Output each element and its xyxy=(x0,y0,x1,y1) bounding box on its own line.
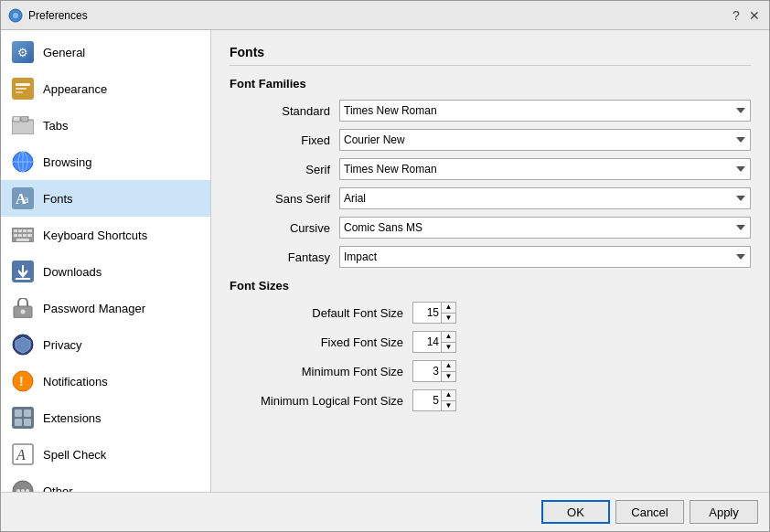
sidebar-label-privacy: Privacy xyxy=(43,338,82,352)
min-font-size-input[interactable] xyxy=(413,361,441,381)
sans-serif-label: Sans Serif xyxy=(230,192,339,206)
min-logical-font-size-input-container: ▲ ▼ xyxy=(412,389,456,411)
fixed-label: Fixed xyxy=(230,133,339,147)
standard-row: Standard Times New Roman Arial Georgia xyxy=(230,100,751,122)
help-button[interactable]: ? xyxy=(729,8,743,23)
svg-rect-38 xyxy=(24,410,31,417)
default-font-size-label: Default Font Size xyxy=(230,306,412,320)
sidebar-item-notifications[interactable]: ! Notifications xyxy=(1,363,210,399)
sidebar-item-downloads[interactable]: Downloads xyxy=(1,253,210,290)
svg-rect-18 xyxy=(18,229,22,232)
password-icon xyxy=(12,297,34,319)
sidebar-item-keyboard-shortcuts[interactable]: Keyboard Shortcuts xyxy=(1,217,210,253)
svg-rect-19 xyxy=(23,229,27,232)
sidebar-item-browsing[interactable]: Browsing xyxy=(1,144,210,180)
font-sizes-section: Font Sizes Default Font Size ▲ ▼ Fixed F… xyxy=(230,279,751,411)
general-icon: ⚙ xyxy=(12,41,34,63)
panel-title: Fonts xyxy=(230,45,751,66)
sidebar-label-extensions: Extensions xyxy=(43,411,102,425)
fantasy-select[interactable]: Impact Charcoal Fantasy xyxy=(339,246,751,268)
window-title: Preferences xyxy=(28,9,729,22)
svg-rect-39 xyxy=(15,419,22,426)
sidebar-item-password-manager[interactable]: Password Manager xyxy=(1,290,210,326)
sidebar-label-notifications: Notifications xyxy=(43,375,108,388)
sidebar-label-browsing: Browsing xyxy=(43,155,91,169)
standard-select[interactable]: Times New Roman Arial Georgia xyxy=(339,100,751,122)
title-bar: Preferences ? ✕ xyxy=(1,1,769,30)
sidebar-label-general: General xyxy=(43,46,85,59)
fonts-icon: A a xyxy=(12,187,34,209)
main-panel: Fonts Font Families Standard Times New R… xyxy=(211,30,769,492)
sidebar-label-appearance: Appearance xyxy=(43,82,107,96)
min-logical-font-size-spinners: ▲ ▼ xyxy=(441,390,455,410)
serif-label: Serif xyxy=(230,163,339,176)
svg-rect-20 xyxy=(27,229,32,232)
min-font-size-down[interactable]: ▼ xyxy=(442,372,455,382)
close-button[interactable]: ✕ xyxy=(747,8,762,23)
fixed-font-size-down[interactable]: ▼ xyxy=(442,343,455,353)
min-font-size-up[interactable]: ▲ xyxy=(442,361,455,372)
sidebar-item-extensions[interactable]: Extensions xyxy=(1,399,210,436)
sidebar-item-privacy[interactable]: Privacy xyxy=(1,326,210,363)
sidebar-item-fonts[interactable]: A a Fonts xyxy=(1,180,210,217)
min-logical-font-size-input[interactable] xyxy=(413,390,441,410)
svg-rect-40 xyxy=(24,419,31,426)
min-logical-font-size-row: Minimum Logical Font Size ▲ ▼ xyxy=(230,389,751,411)
fixed-font-size-input-container: ▲ ▼ xyxy=(412,331,456,353)
svg-rect-17 xyxy=(14,229,17,232)
default-font-size-down[interactable]: ▼ xyxy=(442,314,455,324)
keyboard-icon xyxy=(12,224,34,246)
fixed-row: Fixed Courier New Consolas Monospace xyxy=(230,129,751,151)
cursive-select[interactable]: Comic Sans MS Cursive xyxy=(339,217,751,239)
cancel-button[interactable]: Cancel xyxy=(615,500,684,524)
ok-button[interactable]: OK xyxy=(541,500,610,524)
fantasy-label: Fantasy xyxy=(230,250,339,264)
tabs-icon xyxy=(12,114,34,136)
sidebar-item-general[interactable]: ⚙ General xyxy=(1,34,210,70)
sidebar-item-other[interactable]: Other xyxy=(1,473,210,492)
fixed-font-size-input[interactable] xyxy=(413,332,441,352)
svg-rect-24 xyxy=(27,234,32,237)
sidebar-item-spell-check[interactable]: A Spell Check xyxy=(1,436,210,473)
apply-button[interactable]: Apply xyxy=(690,500,758,524)
default-font-size-spinners: ▲ ▼ xyxy=(441,303,455,323)
extensions-icon xyxy=(12,407,34,429)
serif-select[interactable]: Times New Roman Georgia Palatino xyxy=(339,158,751,180)
svg-rect-3 xyxy=(16,83,30,86)
sidebar-item-tabs[interactable]: Tabs xyxy=(1,107,210,144)
svg-rect-21 xyxy=(14,234,17,237)
spellcheck-icon: A xyxy=(12,443,34,465)
sidebar-item-appearance[interactable]: Appearance xyxy=(1,70,210,107)
default-font-size-up[interactable]: ▲ xyxy=(442,303,455,314)
privacy-icon xyxy=(12,334,34,356)
default-font-size-input-container: ▲ ▼ xyxy=(412,302,456,324)
font-sizes-title: Font Sizes xyxy=(230,279,751,293)
other-icon xyxy=(12,480,34,492)
sans-serif-select[interactable]: Arial Helvetica Verdana xyxy=(339,187,751,209)
fixed-font-size-label: Fixed Font Size xyxy=(230,335,412,349)
svg-text:!: ! xyxy=(19,374,24,388)
sidebar-label-password-manager: Password Manager xyxy=(43,302,145,315)
window-controls: ? ✕ xyxy=(729,8,762,23)
min-logical-font-size-up[interactable]: ▲ xyxy=(442,390,455,401)
svg-point-32 xyxy=(21,310,26,314)
min-font-size-label: Minimum Font Size xyxy=(230,365,412,378)
sidebar: ⚙ General Appearance xyxy=(1,30,211,492)
svg-rect-7 xyxy=(13,116,20,122)
sidebar-label-downloads: Downloads xyxy=(43,265,102,279)
bottom-bar: OK Cancel Apply xyxy=(1,492,769,531)
svg-rect-4 xyxy=(16,88,27,90)
downloads-icon xyxy=(12,261,34,282)
sidebar-label-spell-check: Spell Check xyxy=(43,448,106,462)
fixed-font-size-up[interactable]: ▲ xyxy=(442,332,455,343)
min-logical-font-size-down[interactable]: ▼ xyxy=(442,401,455,411)
fixed-select[interactable]: Courier New Consolas Monospace xyxy=(339,129,751,151)
font-families-title: Font Families xyxy=(230,77,751,90)
cursive-row: Cursive Comic Sans MS Cursive xyxy=(230,217,751,239)
standard-label: Standard xyxy=(230,104,339,118)
fantasy-row: Fantasy Impact Charcoal Fantasy xyxy=(230,246,751,268)
svg-rect-25 xyxy=(16,239,29,241)
default-font-size-row: Default Font Size ▲ ▼ xyxy=(230,302,751,324)
fixed-font-size-spinners: ▲ ▼ xyxy=(441,332,455,352)
default-font-size-input[interactable] xyxy=(413,303,441,323)
